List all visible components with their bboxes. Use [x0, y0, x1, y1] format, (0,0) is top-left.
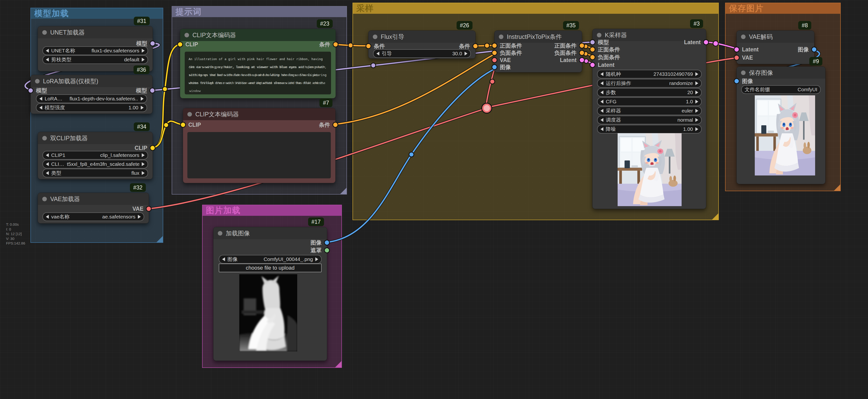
- clip1-widget[interactable]: CLIP1 clip_l.safetensors: [42, 151, 148, 159]
- output-clip[interactable]: CLIP: [135, 145, 155, 151]
- model-slot-icon[interactable]: [28, 88, 34, 93]
- prompt-textarea[interactable]: An illustration of a girl with pink hair…: [185, 52, 331, 94]
- input-vae[interactable]: VAE: [734, 55, 753, 61]
- model-slot-icon[interactable]: [590, 39, 595, 45]
- node-load-image[interactable]: #17 加载图像 图像 遮罩 图像 ComfyUI_00044_.png cho…: [213, 227, 327, 361]
- prev-arrow-icon[interactable]: [600, 81, 603, 85]
- vae-slot-icon[interactable]: [146, 206, 152, 212]
- output-latent[interactable]: Latent: [684, 39, 709, 45]
- node-unet-loader[interactable]: #31 UNET加载器 模型 UNET名称 flux1-dev.safetens…: [38, 26, 153, 71]
- next-arrow-icon[interactable]: [315, 257, 318, 261]
- conditioning-slot-icon[interactable]: [472, 43, 478, 49]
- strength-model-widget[interactable]: 模型强度 1.00: [36, 103, 147, 112]
- collapse-dot-icon[interactable]: [741, 70, 746, 75]
- sampler-widget[interactable]: 采样器 euler: [597, 106, 702, 115]
- conditioning-slot-icon[interactable]: [333, 41, 339, 47]
- prev-arrow-icon[interactable]: [46, 171, 49, 175]
- output-conditioning[interactable]: 条件: [319, 121, 338, 129]
- node-save-image[interactable]: #9 保存图像 图像 文件名前缀 ComfyUI: [736, 66, 826, 184]
- next-arrow-icon[interactable]: [695, 127, 698, 131]
- model-slot-icon[interactable]: [150, 40, 155, 47]
- node-lora-loader[interactable]: #36 LoRA加载器(仅模型) 模型 模型 LoRA名称 flux1-dept…: [30, 75, 153, 114]
- collapse-dot-icon[interactable]: [42, 197, 47, 201]
- conditioning-slot-icon[interactable]: [579, 50, 585, 56]
- latent-slot-icon[interactable]: [703, 39, 709, 45]
- prev-arrow-icon[interactable]: [46, 58, 49, 62]
- control-after-generate-widget[interactable]: 运行后操作 randomize: [597, 79, 702, 88]
- output-image[interactable]: 图像: [798, 46, 817, 53]
- seed-widget[interactable]: 随机种 27433102490769: [597, 70, 702, 79]
- clip2-widget[interactable]: CLIP2 t5xxl_fp8_e4m3fn_scaled.safete...: [42, 160, 148, 168]
- conditioning-slot-icon[interactable]: [579, 43, 585, 49]
- input-image[interactable]: 图像: [492, 63, 511, 71]
- output-model[interactable]: 模型: [136, 87, 155, 94]
- node-clip-text-encode-positive[interactable]: #23 CLIP文本编码器 CLIP 条件 An illustration of…: [180, 29, 336, 98]
- guidance-widget[interactable]: 引导 30.0: [373, 49, 471, 58]
- output-vae[interactable]: VAE: [132, 206, 152, 212]
- clip-slot-icon[interactable]: [177, 41, 183, 47]
- output-model[interactable]: 模型: [136, 40, 155, 47]
- conditioning-slot-icon[interactable]: [590, 47, 595, 52]
- next-arrow-icon[interactable]: [465, 52, 467, 56]
- output-conditioning[interactable]: 条件: [459, 42, 478, 50]
- image-slot-icon[interactable]: [734, 78, 740, 84]
- next-arrow-icon[interactable]: [695, 72, 698, 76]
- prev-arrow-icon[interactable]: [600, 109, 603, 113]
- collapse-dot-icon[interactable]: [499, 34, 503, 39]
- image-slot-icon[interactable]: [492, 64, 497, 70]
- prev-arrow-icon[interactable]: [600, 100, 603, 103]
- next-arrow-icon[interactable]: [142, 58, 145, 62]
- steps-widget[interactable]: 步数 20: [597, 88, 702, 97]
- node-instructpixtopix-conditioning[interactable]: #35 InstructPixToPix条件 正面条件 正面条件 负面条件 负面…: [494, 30, 582, 72]
- scheduler-widget[interactable]: 调度器 normal: [597, 116, 702, 124]
- latent-slot-icon[interactable]: [734, 47, 740, 52]
- latent-slot-icon[interactable]: [590, 62, 595, 68]
- next-arrow-icon[interactable]: [142, 171, 145, 175]
- prev-arrow-icon[interactable]: [376, 52, 379, 56]
- conditioning-slot-icon[interactable]: [590, 54, 595, 60]
- reroute-node[interactable]: [482, 103, 492, 113]
- input-model[interactable]: 模型: [590, 39, 609, 46]
- node-dualclip-loader[interactable]: #34 双CLIP加载器 CLIP CLIP1 clip_l.safetenso…: [38, 132, 153, 179]
- collapse-dot-icon[interactable]: [187, 112, 192, 117]
- type-widget[interactable]: 类型 flux: [42, 169, 148, 177]
- next-arrow-icon[interactable]: [141, 97, 144, 101]
- prev-arrow-icon[interactable]: [46, 215, 49, 219]
- vae-name-widget[interactable]: vae名称 ae.safetensors: [42, 212, 144, 221]
- weight-dtype-widget[interactable]: 剪枝类型 default: [42, 55, 148, 64]
- prev-arrow-icon[interactable]: [600, 127, 603, 131]
- next-arrow-icon[interactable]: [695, 118, 698, 122]
- prev-arrow-icon[interactable]: [39, 106, 42, 110]
- collapse-dot-icon[interactable]: [42, 30, 47, 35]
- node-clip-text-encode-negative[interactable]: #7 CLIP文本编码器 CLIP 条件: [183, 108, 336, 183]
- conditioning-slot-icon[interactable]: [492, 43, 497, 49]
- output-image[interactable]: 图像: [310, 239, 330, 246]
- collapse-dot-icon[interactable]: [42, 136, 47, 141]
- unet-name-widget[interactable]: UNET名称 flux1-dev.safetensors: [42, 47, 148, 55]
- choose-file-button[interactable]: choose file to upload: [219, 264, 321, 272]
- image-slot-icon[interactable]: [324, 240, 330, 245]
- next-arrow-icon[interactable]: [142, 153, 145, 157]
- input-clip[interactable]: CLIP: [177, 41, 198, 48]
- filename-prefix-widget[interactable]: 文件名前缀 ComfyUI: [741, 85, 821, 94]
- prev-arrow-icon[interactable]: [600, 72, 603, 76]
- prev-arrow-icon[interactable]: [39, 97, 42, 101]
- conditioning-slot-icon[interactable]: [366, 43, 371, 49]
- clip-slot-icon[interactable]: [180, 122, 186, 128]
- node-vae-loader[interactable]: #32 VAE加载器 VAE vae名称 ae.safetensors: [38, 193, 149, 223]
- node-ksampler[interactable]: #3 K采样器 模型 Latent 正面条件 负面条件 Latent 随机种 2…: [592, 29, 706, 209]
- output-conditioning[interactable]: 条件: [319, 41, 339, 48]
- lora-name-widget[interactable]: LoRA名称 flux1-depth-dev-lora.safetens...: [36, 94, 147, 103]
- input-latent[interactable]: Latent: [590, 62, 615, 68]
- input-positive[interactable]: 正面条件: [492, 42, 522, 50]
- next-arrow-icon[interactable]: [138, 215, 141, 219]
- output-mask[interactable]: 遮罩: [310, 247, 330, 254]
- prev-arrow-icon[interactable]: [46, 153, 49, 157]
- input-image[interactable]: 图像: [734, 78, 753, 85]
- next-arrow-icon[interactable]: [142, 162, 145, 166]
- collapse-dot-icon[interactable]: [35, 79, 40, 84]
- prompt-textarea[interactable]: [187, 132, 331, 178]
- collapse-dot-icon[interactable]: [184, 33, 189, 37]
- input-negative[interactable]: 负面条件: [590, 54, 620, 61]
- next-arrow-icon[interactable]: [695, 81, 698, 85]
